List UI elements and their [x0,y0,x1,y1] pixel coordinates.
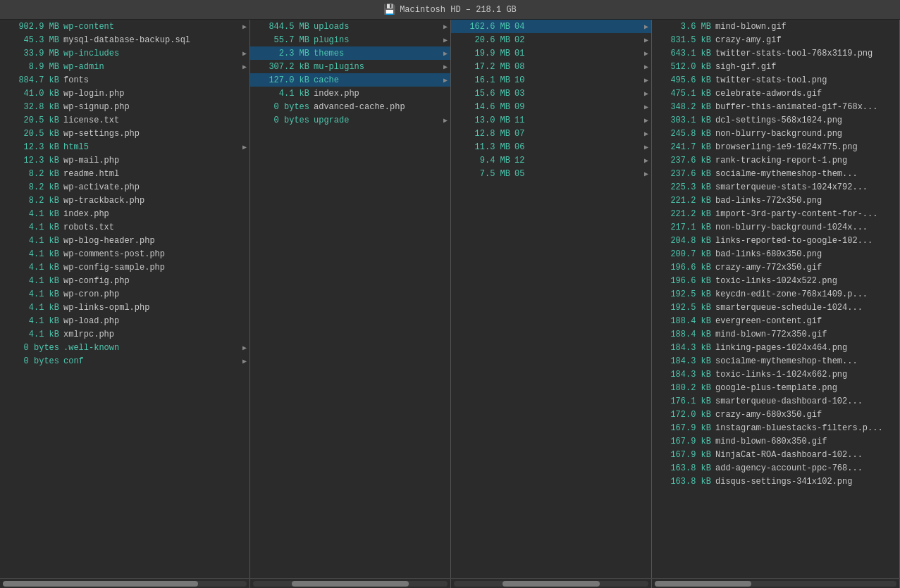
list-item[interactable]: 643.1 kBtwitter-stats-tool-768x3119.png [652,46,899,60]
list-item[interactable]: 20.6 MB02▶ [451,33,651,46]
list-item[interactable]: 12.8 MB07▶ [451,127,651,140]
list-item[interactable]: 163.8 kBdisqus-settings-341x102.png [652,475,899,488]
list-item[interactable]: 167.9 kBNinjaCat-ROA-dashboard-102... [652,448,899,461]
list-item[interactable]: 303.1 kBdcl-settings-568x1024.png [652,113,899,127]
list-item[interactable]: 127.0 kBcache▶ [250,73,450,87]
list-item[interactable]: 307.2 kBmu-plugins▶ [250,60,450,73]
list-item[interactable]: 204.8 kBlinks-reported-to-google-102... [652,234,899,247]
list-item[interactable]: 162.6 MB04▶ [451,20,651,33]
list-item[interactable]: 32.8 kBwp-signup.php [0,100,249,113]
list-item[interactable]: 4.1 kBwp-comments-post.php [0,247,249,261]
file-size: 831.5 kB [655,35,711,45]
list-item[interactable]: 7.5 MB05▶ [451,167,651,180]
list-item[interactable]: 184.3 kBlinking-pages-1024x464.png [652,341,899,354]
list-item[interactable]: 4.1 kBwp-config-sample.php [0,261,249,274]
list-item[interactable]: 512.0 kBsigh-gif.gif [652,60,899,73]
list-item[interactable]: 188.4 kBevergreen-content.gif [652,314,899,327]
list-item[interactable]: 241.7 kBbrowserling-ie9-1024x775.png [652,140,899,154]
list-item[interactable]: 184.3 kBtoxic-links-1-1024x662.png [652,368,899,381]
list-item[interactable]: 163.8 kBadd-agency-account-ppc-768... [652,461,899,475]
column-3: 162.6 MB04▶20.6 MB02▶19.9 MB01▶17.2 MB08… [451,20,652,578]
file-name: wp-config-sample.php [63,263,247,273]
file-name: disqus-settings-341x102.png [715,477,896,487]
list-item[interactable]: 2.3 MBthemes▶ [250,46,450,60]
file-size: 167.9 kB [655,450,711,460]
list-item[interactable]: 16.1 MB10▶ [451,73,651,87]
list-item[interactable]: 8.9 MBwp-admin▶ [0,60,249,73]
scrollbar-col3[interactable] [451,579,652,588]
list-item[interactable]: 196.6 kBcrazy-amy-772x350.gif [652,261,899,274]
list-item[interactable]: 11.3 MB06▶ [451,140,651,154]
list-item[interactable]: 237.6 kBsocialme-mythemeshop-them... [652,167,899,180]
list-item[interactable]: 0 bytesupgrade▶ [250,113,450,127]
list-item[interactable]: 4.1 kBxmlrpc.php [0,327,249,341]
list-item[interactable]: 217.1 kBnon-blurry-background-1024x... [652,220,899,234]
list-item[interactable]: 200.7 kBbad-links-680x350.png [652,247,899,261]
file-size: 217.1 kB [655,223,711,232]
list-item[interactable]: 15.6 MB03▶ [451,87,651,100]
scrollbar-col2[interactable] [250,579,451,588]
list-item[interactable]: 4.1 kBwp-blog-header.php [0,234,249,247]
list-item[interactable]: 221.2 kBbad-links-772x350.png [652,194,899,207]
list-item[interactable]: 495.6 kBtwitter-stats-tool.png [652,73,899,87]
list-item[interactable]: 8.2 kBwp-activate.php [0,180,249,194]
list-item[interactable]: 9.4 MB12▶ [451,154,651,167]
scrollbar-col1[interactable] [0,579,250,588]
list-item[interactable]: 4.1 kBindex.php [250,87,450,100]
list-item[interactable]: 4.1 kBrobots.txt [0,220,249,234]
list-item[interactable]: 167.9 kBmind-blown-680x350.gif [652,434,899,448]
list-item[interactable]: 475.1 kBcelebrate-adwords.gif [652,87,899,100]
list-item[interactable]: 45.3 MBmysql-database-backup.sql [0,33,249,46]
list-item[interactable]: 13.0 MB11▶ [451,113,651,127]
list-item[interactable]: 20.5 kBlicense.txt [0,113,249,127]
list-item[interactable]: 14.6 MB09▶ [451,100,651,113]
list-item[interactable]: 844.5 MBuploads▶ [250,20,450,33]
list-item[interactable]: 4.1 kBwp-load.php [0,314,249,327]
list-item[interactable]: 902.9 MBwp-content▶ [0,20,249,33]
list-item[interactable]: 20.5 kBwp-settings.php [0,127,249,140]
list-item[interactable]: 831.5 kBcrazy-amy.gif [652,33,899,46]
file-name: crazy-amy-680x350.gif [715,410,896,420]
list-item[interactable]: 4.1 kBwp-cron.php [0,287,249,301]
list-item[interactable]: 184.3 kBsocialme-mythemeshop-them... [652,354,899,368]
scrollbar-col4[interactable] [652,579,900,588]
list-item[interactable]: 196.6 kBtoxic-links-1024x522.png [652,274,899,287]
list-item[interactable]: 192.5 kBkeycdn-edit-zone-768x1409.p... [652,287,899,301]
disk-icon: 💾 [383,4,395,15]
list-item[interactable]: 188.4 kBmind-blown-772x350.gif [652,327,899,341]
list-item[interactable]: 225.3 kBsmarterqueue-stats-1024x792... [652,180,899,194]
list-item[interactable]: 3.6 MBmind-blown.gif [652,20,899,33]
list-item[interactable]: 0 bytesadvanced-cache.php [250,100,450,113]
list-item[interactable]: 192.5 kBsmarterqueue-schedule-1024... [652,301,899,314]
file-size: 4.1 kB [3,209,59,219]
list-item[interactable]: 41.0 kBwp-login.php [0,87,249,100]
list-item[interactable]: 4.1 kBindex.php [0,207,249,220]
list-item[interactable]: 55.7 MBplugins▶ [250,33,450,46]
list-item[interactable]: 884.7 kBfonts [0,73,249,87]
list-item[interactable]: 172.0 kBcrazy-amy-680x350.gif [652,408,899,421]
chevron-right-icon: ▶ [644,23,648,31]
file-size: 8.9 MB [3,62,59,72]
list-item[interactable]: 176.1 kBsmarterqueue-dashboard-102... [652,394,899,408]
list-item[interactable]: 12.3 kBwp-mail.php [0,154,249,167]
file-size: 902.9 MB [3,22,59,32]
list-item[interactable]: 4.1 kBwp-links-opml.php [0,301,249,314]
list-item[interactable]: 237.6 kBrank-tracking-report-1.png [652,154,899,167]
list-item[interactable]: 180.2 kBgoogle-plus-template.png [652,381,899,394]
list-item[interactable]: 245.8 kBnon-blurry-background.png [652,127,899,140]
list-item[interactable]: 348.2 kBbuffer-this-animated-gif-768x... [652,100,899,113]
list-item[interactable]: 8.2 kBwp-trackback.php [0,194,249,207]
list-item[interactable]: 8.2 kBreadme.html [0,167,249,180]
list-item[interactable]: 4.1 kBwp-config.php [0,274,249,287]
list-item[interactable]: 33.9 MBwp-includes▶ [0,46,249,60]
chevron-right-icon: ▶ [644,170,648,178]
list-item[interactable]: 167.9 kBinstagram-bluestacks-filters.p..… [652,421,899,434]
list-item[interactable]: 12.3 kBhtml5▶ [0,140,249,154]
list-item[interactable]: 221.2 kBimport-3rd-party-content-for-... [652,207,899,220]
file-size: 192.5 kB [655,303,711,313]
list-item[interactable]: 0 bytes.well-known▶ [0,341,249,354]
list-item[interactable]: 19.9 MB01▶ [451,46,651,60]
file-name: bad-links-680x350.png [715,249,896,259]
list-item[interactable]: 0 bytesconf▶ [0,354,249,368]
list-item[interactable]: 17.2 MB08▶ [451,60,651,73]
